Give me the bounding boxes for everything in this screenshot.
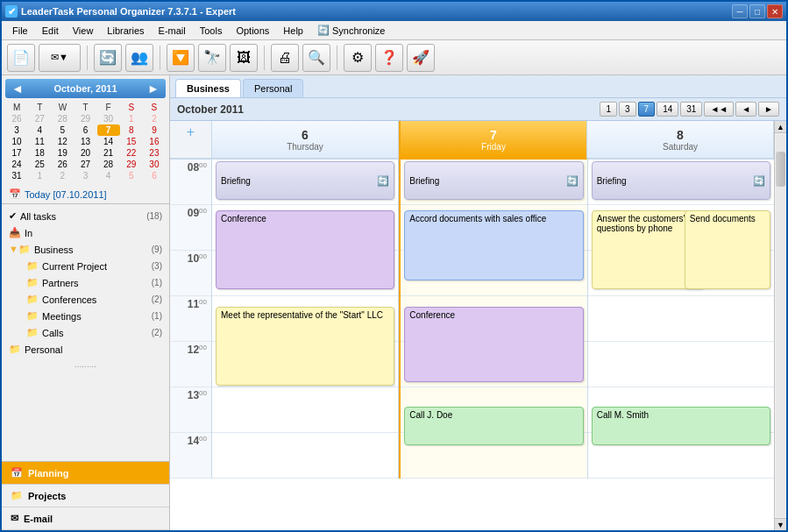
nav-personal[interactable]: 📁 Personal <box>2 341 169 358</box>
event-calljdoe-7[interactable]: Call J. Doe <box>404 407 583 445</box>
mini-cal-day[interactable]: 3 <box>5 124 28 136</box>
mini-cal-day[interactable]: 4 <box>28 124 51 136</box>
scrollbar-up[interactable]: ▲ <box>775 121 786 133</box>
event-conference-6[interactable]: Conference <box>216 210 394 289</box>
mini-cal-day[interactable]: 19 <box>51 147 74 159</box>
mini-cal-day[interactable]: 29 <box>120 159 143 170</box>
mini-cal-day[interactable]: 3 <box>74 170 96 181</box>
mini-cal-day[interactable]: 16 <box>143 136 166 147</box>
nav-partners[interactable]: 📁 Partners (1) <box>12 274 169 291</box>
mini-cal-next[interactable]: ► <box>146 82 160 96</box>
event-briefing-7[interactable]: Briefing 🔄 <box>404 161 583 200</box>
mini-cal-day[interactable]: 20 <box>74 147 96 159</box>
scrollbar-down[interactable]: ▼ <box>775 518 786 530</box>
menu-email[interactable]: E-mail <box>152 24 193 38</box>
mini-cal-prev[interactable]: ◄ <box>11 82 25 96</box>
mini-cal-day[interactable]: 8 <box>120 124 143 136</box>
mini-cal-day[interactable]: 27 <box>28 113 51 124</box>
nav-business[interactable]: ▼📁 Business (9) <box>2 241 169 258</box>
maximize-button[interactable]: □ <box>749 4 765 18</box>
add-event-btn[interactable]: + <box>170 121 211 144</box>
scrollbar-thumb[interactable] <box>776 152 785 187</box>
binoculars-button[interactable]: 🔭 <box>198 44 226 72</box>
event-send-8[interactable]: Send documents <box>685 210 770 289</box>
mini-cal-day[interactable]: 15 <box>120 136 143 147</box>
mini-cal-day[interactable]: 11 <box>28 136 51 147</box>
vertical-scrollbar[interactable]: ▲ ▼ <box>774 121 786 530</box>
nav-prev[interactable]: ◄ <box>735 102 756 117</box>
event-meet-6[interactable]: Meet the representative of the "Start" L… <box>216 307 394 386</box>
mini-cal-day[interactable]: 28 <box>51 113 74 124</box>
close-button[interactable]: ✕ <box>767 4 783 18</box>
menu-view[interactable]: View <box>66 24 101 38</box>
time-grid-scroll[interactable]: 0800 0900 1000 1100 1200 1300 1400 <box>170 160 774 530</box>
nav-conferences[interactable]: 📁 Conferences (2) <box>12 291 169 308</box>
nav-email[interactable]: ✉ E-mail <box>2 507 169 530</box>
help-button[interactable]: ❓ <box>375 44 403 72</box>
run-button[interactable]: 🚀 <box>407 44 435 72</box>
view-1-day[interactable]: 1 <box>600 102 617 117</box>
mini-cal-day[interactable]: 6 <box>74 124 96 136</box>
view-14-days[interactable]: 14 <box>657 102 678 117</box>
nav-planning[interactable]: 📅 Planning <box>2 462 169 485</box>
search-button[interactable]: 🔍 <box>302 44 330 72</box>
sync-button[interactable]: 🔄 <box>94 44 122 72</box>
menu-tools[interactable]: Tools <box>193 24 230 38</box>
mini-cal-day[interactable]: 2 <box>51 170 74 181</box>
nav-inbox[interactable]: 📥 In <box>2 224 169 241</box>
mini-cal-day[interactable]: 27 <box>74 159 96 170</box>
mini-cal-day[interactable]: 9 <box>143 124 166 136</box>
scrollbar-track[interactable] <box>776 134 785 517</box>
mini-cal-day[interactable]: 2 <box>143 113 166 124</box>
email-button[interactable]: ✉▼ <box>39 44 81 72</box>
mini-cal-day[interactable]: 23 <box>143 147 166 159</box>
mini-cal-day[interactable]: 26 <box>5 113 28 124</box>
plus-icon[interactable]: + <box>174 124 208 140</box>
mini-cal-day[interactable]: 28 <box>97 159 120 170</box>
mini-cal-day[interactable]: 22 <box>120 147 143 159</box>
mini-cal-day[interactable]: 29 <box>74 113 96 124</box>
nav-prev-prev[interactable]: ◄◄ <box>704 102 734 117</box>
mini-cal-day[interactable]: 31 <box>5 170 28 181</box>
nav-calls[interactable]: 📁 Calls (2) <box>12 324 169 341</box>
nav-all-tasks[interactable]: ✔ All tasks (18) <box>2 208 169 224</box>
mini-cal-day[interactable]: 30 <box>143 159 166 170</box>
settings-button[interactable]: ⚙ <box>344 44 372 72</box>
menu-edit[interactable]: Edit <box>35 24 66 38</box>
mini-cal-day-today[interactable]: 7 <box>97 124 120 136</box>
image-button[interactable]: 🖼 <box>230 44 258 72</box>
menu-options[interactable]: Options <box>229 24 276 38</box>
new-task-button[interactable]: 📄 <box>7 44 35 72</box>
nav-projects[interactable]: 📁 Projects <box>2 485 169 507</box>
mini-cal-day[interactable]: 30 <box>97 113 120 124</box>
event-callmsmith-8[interactable]: Call M. Smith <box>592 407 770 445</box>
mini-cal-day[interactable]: 17 <box>5 147 28 159</box>
mini-cal-day[interactable]: 6 <box>143 170 166 181</box>
filter-button[interactable]: 🔽 <box>167 44 195 72</box>
view-7-days[interactable]: 7 <box>638 102 656 117</box>
mini-cal-day[interactable]: 1 <box>120 113 143 124</box>
menu-libraries[interactable]: Libraries <box>100 24 151 38</box>
today-label[interactable]: 📅 Today [07.10.2011] <box>2 185 169 203</box>
mini-cal-day[interactable]: 21 <box>97 147 120 159</box>
nav-current-project[interactable]: 📁 Current Project (3) <box>12 258 169 274</box>
tab-personal[interactable]: Personal <box>243 79 303 97</box>
view-month[interactable]: 31 <box>680 102 702 117</box>
mini-cal-day[interactable]: 26 <box>51 159 74 170</box>
tab-business[interactable]: Business <box>175 79 241 97</box>
event-briefing-6[interactable]: Briefing 🔄 <box>216 161 394 200</box>
nav-next[interactable]: ► <box>758 102 779 117</box>
mini-cal-day[interactable]: 24 <box>5 159 28 170</box>
mini-cal-day[interactable]: 5 <box>120 170 143 181</box>
mini-cal-day[interactable]: 5 <box>51 124 74 136</box>
mini-cal-day[interactable]: 13 <box>74 136 96 147</box>
event-conference-7[interactable]: Conference <box>404 307 583 382</box>
mini-cal-day[interactable]: 18 <box>28 147 51 159</box>
print-button[interactable]: 🖨 <box>271 44 299 72</box>
search-people-button[interactable]: 👥 <box>125 44 153 72</box>
menu-file[interactable]: File <box>5 24 35 38</box>
menu-synchronize[interactable]: 🔄 Synchronize <box>310 23 393 38</box>
mini-cal-day[interactable]: 25 <box>28 159 51 170</box>
event-accord-7[interactable]: Accord documents with sales office <box>404 210 583 280</box>
menu-help[interactable]: Help <box>276 24 310 38</box>
